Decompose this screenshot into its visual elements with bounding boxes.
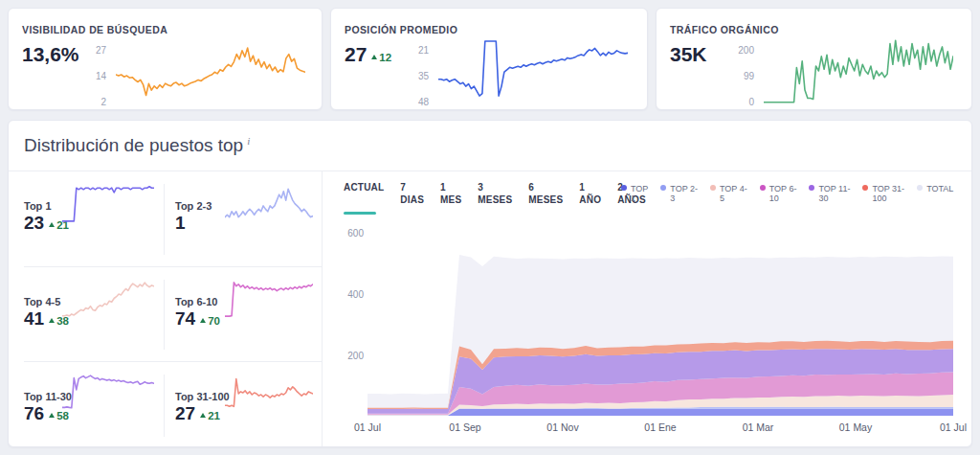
x-axis-label: 01 Jul bbox=[339, 421, 396, 433]
x-axis-label: 01 Jul bbox=[924, 421, 980, 433]
up-arrow-icon bbox=[200, 318, 206, 323]
positions-stacked-area-chart[interactable] bbox=[368, 233, 953, 416]
legend-item-top-11-30[interactable]: TOP 11-30 bbox=[809, 184, 850, 203]
mini-card-label: Top 1 bbox=[24, 200, 52, 212]
legend-dot bbox=[809, 185, 814, 191]
mini-card-top-31-100[interactable]: Top 31-100 2721 bbox=[164, 361, 322, 448]
legend-dot bbox=[660, 185, 666, 191]
kpi-value: 2712 bbox=[345, 43, 391, 66]
x-axis-label: 01 Nov bbox=[534, 421, 591, 433]
up-arrow-icon bbox=[200, 413, 206, 418]
tab-1-mes[interactable]: 1MES bbox=[440, 182, 461, 216]
kpi-title: VISIBILIDAD DE BÚSQUEDA bbox=[22, 24, 167, 35]
traffic-sparkline[interactable] bbox=[764, 37, 953, 104]
mini-card-label: Top 31-100 bbox=[175, 391, 230, 402]
top-1-sparkline[interactable] bbox=[62, 182, 154, 224]
tab-6-meses[interactable]: 6MESES bbox=[528, 182, 563, 216]
kpi-value: 13,6% bbox=[22, 43, 79, 66]
section-title: Distribución de puestos topi bbox=[24, 135, 250, 156]
kpi-card-search-visibility: VISIBILIDAD DE BÚSQUEDA 13,6% 27 14 2 bbox=[8, 8, 323, 110]
mini-card-label: Top 2-3 bbox=[175, 200, 212, 212]
kpi-card-average-position: POSICIÓN PROMEDIO 2712 21 35 48 bbox=[330, 8, 648, 110]
spark-axis-label: 21 bbox=[394, 45, 429, 56]
x-axis-label: 01 Mar bbox=[729, 421, 787, 433]
tab-actual[interactable]: ACTUAL bbox=[344, 182, 384, 216]
legend-dot bbox=[621, 185, 627, 191]
mini-card-delta: 21 bbox=[208, 410, 220, 421]
spark-axis-label: 27 bbox=[72, 45, 106, 56]
active-tab-underline bbox=[344, 212, 376, 215]
x-axis-label: 01 Ene bbox=[632, 421, 689, 433]
top-11-30-sparkline[interactable] bbox=[62, 373, 154, 415]
legend-dot bbox=[710, 185, 716, 191]
up-arrow-icon bbox=[49, 413, 55, 418]
mini-card-value: 1 bbox=[175, 213, 186, 234]
spark-axis-label: 200 bbox=[720, 45, 754, 56]
mini-card-top-6-10[interactable]: Top 6-10 7470 bbox=[164, 266, 322, 361]
x-axis-label: 01 May bbox=[827, 421, 884, 433]
top-2-3-sparkline[interactable] bbox=[225, 182, 313, 224]
x-axis-label: 01 Sep bbox=[436, 421, 494, 433]
top-31-100-sparkline[interactable] bbox=[225, 373, 313, 415]
tab-7-dias[interactable]: 7DIAS bbox=[400, 182, 424, 216]
tab-1-ano[interactable]: 1AÑO bbox=[579, 182, 601, 216]
spark-axis-label: 0 bbox=[720, 97, 754, 107]
legend-item-top-6-10[interactable]: TOP 6-10 bbox=[760, 184, 797, 203]
top-4-5-sparkline[interactable] bbox=[62, 278, 154, 320]
kpi-title: POSICIÓN PROMEDIO bbox=[345, 24, 457, 35]
mini-card-label: Top 4-5 bbox=[24, 296, 60, 307]
time-range-tabs: ACTUAL 7DIAS 1MES 3MESES 6MESES 1AÑO 2AÑ… bbox=[344, 182, 646, 216]
legend-item-top-4-5[interactable]: TOP 4-5 bbox=[710, 184, 747, 203]
up-arrow-icon bbox=[49, 222, 55, 227]
y-axis-label: 200 bbox=[335, 351, 364, 361]
y-axis-label: 400 bbox=[335, 289, 364, 300]
up-arrow-icon bbox=[49, 318, 55, 323]
legend-dot bbox=[760, 185, 766, 191]
mini-card-delta: 70 bbox=[208, 315, 220, 327]
mini-card-top-2-3[interactable]: Top 2-3 1 bbox=[164, 171, 322, 265]
info-icon[interactable]: i bbox=[247, 135, 250, 147]
mini-card-top-4-5[interactable]: Top 4-5 4138 bbox=[9, 266, 164, 361]
legend-dot bbox=[917, 185, 923, 191]
spark-axis-label: 99 bbox=[720, 71, 754, 81]
kpi-title: TRÁFICO ORGÁNICO bbox=[670, 24, 779, 35]
legend-item-top-31-100[interactable]: TOP 31-100 bbox=[862, 184, 904, 203]
legend-dot bbox=[862, 185, 868, 191]
panel-divider bbox=[322, 171, 323, 446]
mini-card-top-11-30[interactable]: Top 11-30 7658 bbox=[9, 361, 164, 448]
kpi-value-number: 27 bbox=[345, 43, 367, 65]
position-sparkline[interactable] bbox=[438, 37, 628, 104]
chart-legend: TOP1 TOP 2-3 TOP 4-5 TOP 6-10 TOP 11-30 … bbox=[621, 184, 953, 203]
kpi-delta: 12 bbox=[379, 52, 391, 63]
mini-card-label: Top 6-10 bbox=[175, 296, 217, 307]
kpi-value: 35K bbox=[670, 43, 707, 66]
spark-axis-label: 48 bbox=[394, 97, 429, 107]
mini-card-value: 2721 bbox=[175, 403, 220, 424]
spark-axis-label: 14 bbox=[72, 71, 106, 81]
mini-card-top-1[interactable]: Top 1 2321 bbox=[9, 171, 164, 265]
legend-item-total[interactable]: TOTAL bbox=[917, 184, 953, 193]
up-arrow-icon bbox=[371, 55, 377, 59]
spark-axis-label: 35 bbox=[394, 71, 429, 81]
kpi-card-organic-traffic: TRÁFICO ORGÁNICO 35K 200 99 0 bbox=[656, 8, 972, 110]
legend-item-top-1[interactable]: TOP1 bbox=[621, 184, 648, 203]
top-positions-distribution-card: Distribución de puestos topi Top 1 2321 … bbox=[8, 120, 972, 447]
top-6-10-sparkline[interactable] bbox=[225, 278, 313, 320]
mini-card-value: 7470 bbox=[175, 308, 220, 330]
y-axis-label: 600 bbox=[335, 228, 364, 239]
visibility-sparkline[interactable] bbox=[116, 37, 305, 104]
spark-axis-label: 2 bbox=[72, 97, 106, 107]
legend-item-top-2-3[interactable]: TOP 2-3 bbox=[660, 184, 698, 203]
tab-3-meses[interactable]: 3MESES bbox=[478, 182, 512, 216]
